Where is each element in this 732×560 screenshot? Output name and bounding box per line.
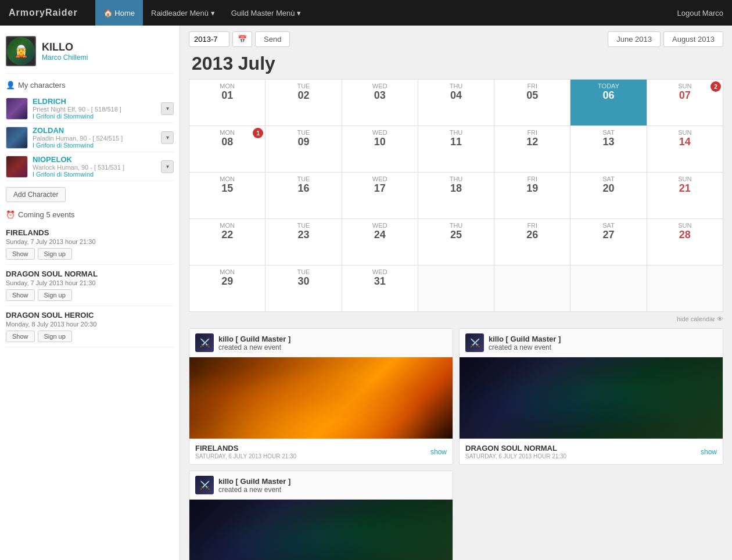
calendar-cell[interactable]: WED31 xyxy=(342,265,418,312)
activity-show-link-1[interactable]: show xyxy=(701,448,717,456)
calendar-cell[interactable]: FRI05 xyxy=(494,80,570,126)
next-month-button[interactable]: August 2013 xyxy=(663,31,723,47)
hide-calendar-link[interactable]: hide calendar 👁 xyxy=(189,315,723,322)
calendar-cell[interactable] xyxy=(494,265,570,312)
calendar-cell[interactable]: MON081 xyxy=(189,126,265,173)
nav-item-raidleader[interactable]: Raidleader Menù ▾ xyxy=(143,0,223,26)
activity-user-0: killo [ Guild Master ] xyxy=(218,335,290,343)
char-guild-zoldan[interactable]: I Grifoni di Stormwind xyxy=(33,142,156,149)
event-item-2: DRAGON SOUL HEROIC Monday, 8 July 2013 h… xyxy=(6,306,174,347)
calendar-cell[interactable]: TODAY06 xyxy=(570,80,647,126)
event-show-btn-1[interactable]: Show xyxy=(6,289,35,301)
char-item-niopelok: NIOPELOK Warlock Human, 90 - [ 531/531 ]… xyxy=(6,152,174,181)
calendar-cell[interactable]: FRI26 xyxy=(494,219,570,265)
activity-header-text-1: killo [ Guild Master ] created a new eve… xyxy=(489,335,561,351)
calendar-cell[interactable]: TUE23 xyxy=(265,219,342,265)
event-name-2: DRAGON SOUL HEROIC xyxy=(6,311,174,320)
calendar-cell[interactable]: WED10 xyxy=(342,126,418,173)
activity-show-link-0[interactable]: show xyxy=(430,448,447,456)
calendar-cell[interactable]: THU18 xyxy=(418,173,494,219)
calendar-cell[interactable]: SUN21 xyxy=(647,173,723,219)
day-label: MON xyxy=(192,268,262,275)
char-name-eldrich[interactable]: ELDRICH xyxy=(33,97,156,106)
day-number: 26 xyxy=(497,229,567,242)
event-btns-1: Show Sign up xyxy=(6,289,174,301)
cal-nav-right: June 2013 August 2013 xyxy=(608,31,723,47)
day-label: FRI xyxy=(497,129,567,136)
prev-month-button[interactable]: June 2013 xyxy=(608,31,661,47)
char-class-zoldan: Paladin Human, 90 - [ 524/515 ] xyxy=(33,135,156,142)
calendar-cell[interactable]: SAT20 xyxy=(570,173,647,219)
calendar-cell[interactable]: SAT27 xyxy=(570,219,647,265)
char-dropdown-niopelok[interactable]: ▾ xyxy=(161,160,174,173)
activity-card-header-2: ⚔️ killo [ Guild Master ] created a new … xyxy=(189,471,453,500)
char-guild-niopelok[interactable]: I Grifoni di Stormwind xyxy=(33,171,156,178)
activity-user-avatar-1: ⚔️ xyxy=(465,333,484,352)
calendar-cell[interactable]: MON15 xyxy=(189,173,265,219)
calendar-cell[interactable]: THU11 xyxy=(418,126,494,173)
activity-action-1: created a new event xyxy=(489,343,551,351)
calendar-cell[interactable]: FRI12 xyxy=(494,126,570,173)
calendar-send-button[interactable]: Send xyxy=(255,31,290,47)
calendar-cell[interactable]: SUN28 xyxy=(647,219,723,265)
event-signup-btn-2[interactable]: Sign up xyxy=(38,331,72,342)
calendar-cell[interactable]: MON29 xyxy=(189,265,265,312)
calendar-cell[interactable]: WED03 xyxy=(342,80,418,126)
clock-icon: ⏰ xyxy=(6,210,15,219)
activity-card-footer-1: DRAGON SOUL NORMAL SATURDAY, 6 JULY 2013… xyxy=(460,439,723,464)
calendar-cell[interactable] xyxy=(647,265,723,312)
event-show-btn-0[interactable]: Show xyxy=(6,248,35,260)
navbar: ArmoryRaider 🏠 Home Raidleader Menù ▾ Gu… xyxy=(0,0,732,26)
calendar-cell[interactable]: THU25 xyxy=(418,219,494,265)
calendar-month: July xyxy=(238,53,275,74)
event-btns-0: Show Sign up xyxy=(6,248,174,260)
calendar-cell[interactable]: THU04 xyxy=(418,80,494,126)
event-date-2: Monday, 8 July 2013 hour 20:30 xyxy=(6,321,174,328)
logout-button[interactable]: Logout Marco xyxy=(677,9,724,17)
day-number: 29 xyxy=(192,275,262,288)
event-date-1: Sunday, 7 July 2013 hour 21:30 xyxy=(6,279,174,286)
profile-name: KILLO xyxy=(42,41,174,53)
day-label: FRI xyxy=(497,175,567,182)
calendar-cell[interactable]: TUE09 xyxy=(265,126,342,173)
calendar-cell[interactable] xyxy=(418,265,494,312)
event-signup-btn-0[interactable]: Sign up xyxy=(38,248,72,260)
event-show-btn-2[interactable]: Show xyxy=(6,331,35,342)
day-number: 04 xyxy=(421,89,491,102)
event-signup-btn-1[interactable]: Sign up xyxy=(38,289,72,301)
nav-item-home[interactable]: 🏠 Home xyxy=(95,0,143,26)
profile-subname[interactable]: Marco Chillemi xyxy=(42,53,174,62)
day-label: WED xyxy=(345,268,415,275)
characters-title: 👤 My characters xyxy=(6,81,174,89)
calendar-cell[interactable]: FRI19 xyxy=(494,173,570,219)
calendar-cell[interactable]: SUN072 xyxy=(647,80,723,126)
char-name-zoldan[interactable]: ZOLDAN xyxy=(33,126,156,135)
calendar-cell[interactable] xyxy=(570,265,647,312)
main-layout: 🧝 KILLO Marco Chillemi 👤 My characters E… xyxy=(0,26,732,560)
char-guild-eldrich[interactable]: I Grifoni di Stormwind xyxy=(33,113,156,120)
nav-item-guildmaster[interactable]: Guild Master Menù ▾ xyxy=(223,0,309,26)
calendar-cell[interactable]: WED17 xyxy=(342,173,418,219)
day-label: THU xyxy=(421,222,491,229)
calendar-cell[interactable]: SAT13 xyxy=(570,126,647,173)
calendar-cell[interactable]: TUE30 xyxy=(265,265,342,312)
calendar-cell[interactable]: WED24 xyxy=(342,219,418,265)
calendar-cell[interactable]: TUE16 xyxy=(265,173,342,219)
char-dropdown-eldrich[interactable]: ▾ xyxy=(161,102,174,115)
add-character-button[interactable]: Add Character xyxy=(6,187,66,202)
char-info-zoldan: ZOLDAN Paladin Human, 90 - [ 524/515 ] I… xyxy=(33,126,156,149)
char-name-niopelok[interactable]: NIOPELOK xyxy=(33,155,156,164)
activity-event-date-0: SATURDAY, 6 JULY 2013 HOUR 21:30 xyxy=(195,453,296,460)
day-label: WED xyxy=(345,222,415,229)
calendar-cell[interactable]: MON01 xyxy=(189,80,265,126)
calendar-cell[interactable]: SUN14 xyxy=(647,126,723,173)
char-dropdown-zoldan[interactable]: ▾ xyxy=(161,131,174,144)
calendar-input[interactable] xyxy=(189,31,229,47)
user-icon: 👤 xyxy=(6,81,15,89)
day-number: 10 xyxy=(345,136,415,149)
calendar-icon-button[interactable]: 📅 xyxy=(232,31,252,47)
calendar-cell[interactable]: MON22 xyxy=(189,219,265,265)
calendar-cell[interactable]: TUE02 xyxy=(265,80,342,126)
char-info-eldrich: ELDRICH Priest Night Elf, 90 - [ 518/518… xyxy=(33,97,156,120)
activity-image-2 xyxy=(189,500,453,560)
